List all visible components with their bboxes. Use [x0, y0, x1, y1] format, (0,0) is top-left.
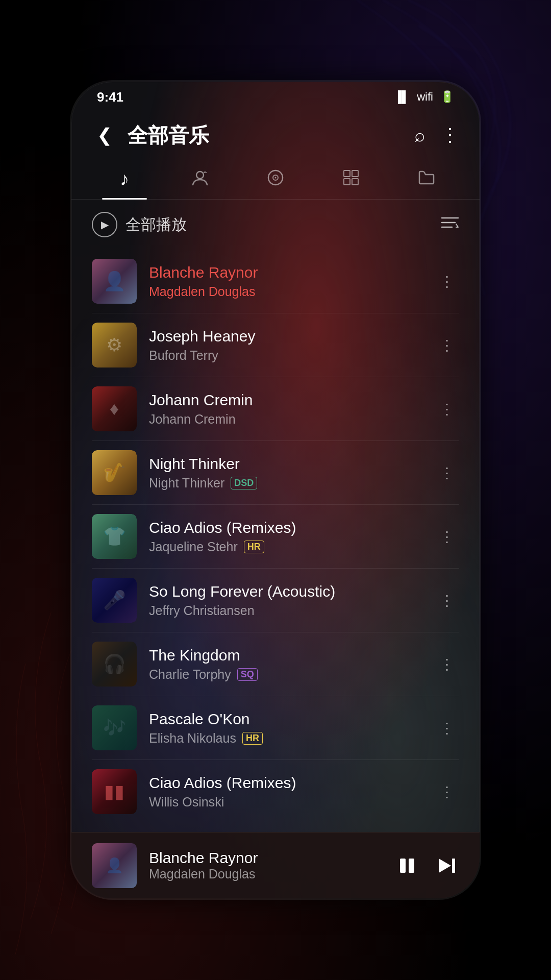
tab-grid[interactable]: [313, 158, 389, 199]
now-playing-art: 👤: [92, 843, 137, 888]
svg-rect-12: [409, 859, 414, 873]
now-playing-info: Blanche Raynor Magdalen Douglas: [149, 849, 383, 881]
more-button[interactable]: ⋮: [435, 268, 459, 295]
status-bar: 9:41 ▐▌ wifi 🔋: [71, 82, 480, 112]
svg-rect-7: [352, 179, 358, 185]
songs-icon: ♪: [120, 168, 129, 190]
pause-button[interactable]: [395, 853, 419, 878]
more-button[interactable]: ⋮: [435, 396, 459, 423]
tab-artists[interactable]: [162, 158, 238, 199]
svg-rect-11: [400, 859, 406, 873]
wifi-icon: wifi: [417, 90, 433, 104]
more-button[interactable]: ⋮: [435, 715, 459, 742]
song-title: The Kingdom: [149, 647, 422, 664]
tab-folders[interactable]: [389, 158, 464, 199]
song-info: Johann Cremin Johann Cremin: [149, 391, 422, 427]
song-title: Joseph Heaney: [149, 328, 422, 345]
status-icons: ▐▌ wifi 🔋: [394, 90, 454, 104]
more-button[interactable]: ⋮: [435, 778, 459, 805]
quality-badge-sq: SQ: [237, 668, 258, 681]
song-title: Johann Cremin: [149, 391, 422, 409]
song-info: Pascale O'Kon Elisha Nikolaus HR: [149, 710, 422, 746]
song-artist: Jaqueline Stehr HR: [149, 540, 422, 554]
song-artist: Elisha Nikolaus HR: [149, 731, 422, 746]
svg-rect-6: [344, 179, 350, 185]
song-info: The Kingdom Charlie Torphy SQ: [149, 647, 422, 682]
page-title: 全部音乐: [128, 121, 404, 150]
song-artist: Johann Cremin: [149, 412, 422, 427]
song-title: Ciao Adios (Remixes): [149, 774, 422, 792]
song-info: So Long Forever (Acoustic) Jeffry Christ…: [149, 583, 422, 618]
more-button[interactable]: ⋮: [435, 523, 459, 550]
albums-icon: [266, 168, 285, 191]
quality-badge-dsd: DSD: [231, 477, 257, 489]
tab-songs[interactable]: ♪: [87, 158, 162, 199]
song-title: Ciao Adios (Remixes): [149, 519, 422, 536]
back-button[interactable]: ❮: [92, 119, 117, 151]
song-artist: Willis Osinski: [149, 795, 422, 810]
now-playing-title: Blanche Raynor: [149, 849, 383, 867]
search-icon[interactable]: ⌕: [414, 125, 425, 146]
list-item[interactable]: 🎧 The Kingdom Charlie Torphy SQ ⋮: [71, 632, 480, 696]
list-item[interactable]: 🎷 Night Thinker Night Thinker DSD ⋮: [71, 441, 480, 504]
folders-icon: [417, 168, 436, 191]
song-artist: Night Thinker DSD: [149, 476, 422, 491]
svg-rect-14: [452, 859, 455, 873]
battery-icon: 🔋: [440, 90, 454, 104]
play-circle-icon: ▶: [92, 212, 117, 237]
album-art: ⚙: [92, 323, 137, 368]
album-art: 👕: [92, 514, 137, 559]
quality-badge-hr: HR: [244, 541, 264, 553]
song-title: Night Thinker: [149, 455, 422, 473]
list-item[interactable]: 🎶 Pascale O'Kon Elisha Nikolaus HR ⋮: [71, 696, 480, 760]
album-art: ♦: [92, 386, 137, 431]
play-all-label: 全部播放: [126, 214, 187, 235]
song-info: Joseph Heaney Buford Terry: [149, 328, 422, 363]
skip-next-button[interactable]: [435, 853, 459, 878]
svg-point-0: [196, 172, 204, 179]
play-all-row: ▶ 全部播放: [71, 200, 480, 250]
list-item[interactable]: ▮▮ Ciao Adios (Remixes) Willis Osinski ⋮: [71, 760, 480, 823]
more-button[interactable]: ⋮: [435, 459, 459, 486]
play-all-button[interactable]: ▶ 全部播放: [92, 212, 431, 237]
list-item[interactable]: 🎤 So Long Forever (Acoustic) Jeffry Chri…: [71, 569, 480, 632]
song-artist: Jeffry Christiansen: [149, 603, 422, 618]
now-playing-artist: Magdalen Douglas: [149, 867, 383, 881]
svg-rect-5: [352, 170, 358, 177]
grid-icon: [342, 168, 360, 191]
song-artist: Buford Terry: [149, 348, 422, 363]
top-bar: ❮ 全部音乐 ⌕ ⋮: [71, 112, 480, 158]
status-time: 9:41: [97, 89, 123, 105]
tab-albums[interactable]: [238, 158, 313, 199]
song-info: Night Thinker Night Thinker DSD: [149, 455, 422, 491]
now-playing-bar[interactable]: 👤 Blanche Raynor Magdalen Douglas: [71, 832, 480, 898]
top-actions: ⌕ ⋮: [414, 125, 459, 146]
song-info: Ciao Adios (Remixes) Willis Osinski: [149, 774, 422, 810]
list-item[interactable]: ♦ Johann Cremin Johann Cremin ⋮: [71, 377, 480, 440]
more-button[interactable]: ⋮: [435, 587, 459, 614]
phone-frame: 9:41 ▐▌ wifi 🔋 ❮ 全部音乐 ⌕ ⋮ ♪: [71, 82, 480, 898]
song-title: So Long Forever (Acoustic): [149, 583, 422, 600]
playback-controls: [395, 853, 459, 878]
song-artist: Magdalen Douglas: [149, 284, 422, 299]
more-button[interactable]: ⋮: [435, 651, 459, 678]
sort-icon[interactable]: [441, 215, 459, 234]
song-list: 👤 Blanche Raynor Magdalen Douglas ⋮ ⚙: [71, 250, 480, 832]
song-title: Pascale O'Kon: [149, 710, 422, 728]
album-art: 👤: [92, 259, 137, 304]
list-item[interactable]: 👕 Ciao Adios (Remixes) Jaqueline Stehr H…: [71, 505, 480, 568]
song-info: Ciao Adios (Remixes) Jaqueline Stehr HR: [149, 519, 422, 554]
quality-badge-hr: HR: [242, 732, 263, 745]
svg-marker-13: [439, 859, 451, 873]
album-art: 🎶: [92, 705, 137, 750]
svg-rect-4: [344, 170, 350, 177]
album-art: 🎷: [92, 450, 137, 495]
list-item[interactable]: ⚙ Joseph Heaney Buford Terry ⋮: [71, 313, 480, 377]
more-options-icon[interactable]: ⋮: [441, 125, 459, 146]
album-art: 🎤: [92, 578, 137, 623]
artists-icon: [191, 168, 209, 191]
song-info: Blanche Raynor Magdalen Douglas: [149, 264, 422, 299]
list-item[interactable]: 👤 Blanche Raynor Magdalen Douglas ⋮: [71, 250, 480, 313]
song-artist: Charlie Torphy SQ: [149, 667, 422, 682]
more-button[interactable]: ⋮: [435, 332, 459, 359]
